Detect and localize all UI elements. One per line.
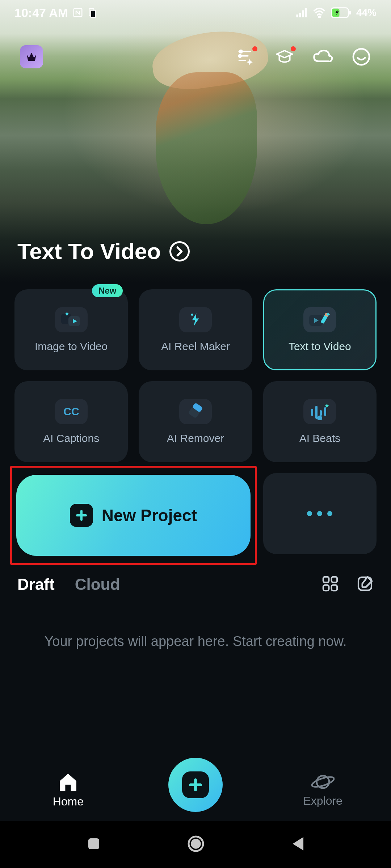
more-button[interactable] bbox=[263, 473, 377, 554]
feature-ai-reel-maker[interactable]: AI Reel Maker bbox=[139, 289, 252, 370]
svg-point-17 bbox=[353, 49, 369, 65]
status-bar: 10:47 AM 44% bbox=[0, 0, 391, 25]
svg-rect-2 bbox=[91, 10, 96, 18]
device-icon bbox=[88, 7, 97, 18]
nav-label: Home bbox=[53, 795, 84, 808]
captions-icon: CC bbox=[55, 399, 88, 424]
dot-icon bbox=[307, 511, 312, 516]
feature-label: AI Captions bbox=[43, 432, 99, 444]
image-to-video-icon bbox=[55, 307, 88, 332]
back-button[interactable] bbox=[291, 836, 304, 853]
notification-dot bbox=[252, 46, 257, 51]
svg-rect-5 bbox=[299, 13, 301, 17]
bottom-nav: Home Explore bbox=[0, 760, 391, 821]
svg-rect-36 bbox=[323, 585, 329, 591]
svg-rect-37 bbox=[332, 585, 337, 591]
highlight-box: New Project bbox=[10, 466, 257, 565]
nav-explore[interactable]: Explore bbox=[287, 773, 359, 808]
signal-icon bbox=[296, 8, 308, 17]
status-time: 10:47 AM bbox=[14, 6, 68, 20]
svg-point-46 bbox=[192, 840, 200, 848]
fab-create[interactable] bbox=[168, 758, 223, 812]
tab-cloud[interactable]: Cloud bbox=[75, 575, 120, 593]
empty-projects-message: Your projects will appear here. Start cr… bbox=[0, 594, 391, 649]
home-button[interactable] bbox=[187, 835, 205, 854]
filter-sparkle-icon[interactable] bbox=[236, 47, 256, 67]
system-nav-bar bbox=[0, 821, 391, 868]
lightning-icon bbox=[179, 307, 212, 332]
plus-icon bbox=[70, 504, 93, 527]
edit-icon[interactable] bbox=[356, 575, 374, 594]
svg-point-30 bbox=[317, 416, 322, 420]
education-icon[interactable] bbox=[275, 47, 294, 67]
wifi-icon bbox=[313, 8, 326, 18]
battery-percent: 44% bbox=[356, 7, 377, 18]
svg-rect-7 bbox=[305, 8, 307, 17]
svg-point-20 bbox=[191, 314, 193, 316]
feature-label: Text to Video bbox=[289, 340, 351, 353]
svg-point-15 bbox=[240, 50, 242, 53]
notification-dot bbox=[291, 46, 296, 51]
nav-label: Explore bbox=[303, 794, 342, 808]
svg-point-8 bbox=[319, 16, 320, 18]
svg-rect-11 bbox=[349, 10, 350, 14]
hero-title-text: Text To Video bbox=[17, 238, 161, 264]
feature-label: AI Reel Maker bbox=[161, 340, 230, 353]
plus-icon bbox=[182, 771, 209, 798]
feature-label: AI Remover bbox=[167, 432, 224, 444]
new-project-label: New Project bbox=[102, 506, 197, 525]
beats-icon bbox=[303, 399, 336, 424]
feature-ai-captions[interactable]: CC AI Captions bbox=[14, 381, 128, 462]
chevron-right-icon bbox=[169, 241, 190, 261]
battery-icon bbox=[331, 7, 351, 18]
svg-rect-34 bbox=[323, 577, 329, 583]
svg-rect-27 bbox=[311, 409, 313, 416]
svg-point-43 bbox=[311, 775, 335, 789]
hero-banner[interactable]: Text To Video bbox=[0, 0, 391, 282]
planet-icon bbox=[311, 773, 335, 791]
recents-button[interactable] bbox=[87, 837, 101, 852]
svg-point-16 bbox=[239, 55, 241, 57]
nav-home[interactable]: Home bbox=[32, 773, 104, 808]
feature-image-to-video[interactable]: New Image to Video bbox=[14, 289, 128, 370]
svg-rect-4 bbox=[296, 14, 298, 17]
nfc-icon bbox=[72, 7, 83, 18]
feature-grid: New Image to Video AI Reel Maker Text to… bbox=[0, 282, 391, 462]
dot-icon bbox=[317, 511, 322, 516]
eraser-icon bbox=[179, 399, 212, 424]
home-icon bbox=[58, 773, 78, 791]
smile-icon[interactable] bbox=[352, 47, 371, 67]
svg-rect-29 bbox=[320, 410, 322, 416]
svg-rect-31 bbox=[324, 407, 326, 416]
grid-view-icon[interactable] bbox=[321, 575, 339, 594]
text-video-icon bbox=[303, 307, 336, 332]
svg-rect-44 bbox=[88, 838, 99, 849]
feature-text-to-video[interactable]: Text to Video bbox=[263, 289, 377, 370]
feature-ai-remover[interactable]: AI Remover bbox=[139, 381, 252, 462]
svg-rect-35 bbox=[332, 577, 337, 583]
premium-button[interactable] bbox=[20, 45, 43, 68]
svg-rect-6 bbox=[302, 10, 304, 18]
cloud-icon[interactable] bbox=[313, 47, 333, 67]
feature-label: AI Beats bbox=[299, 432, 340, 444]
svg-rect-39 bbox=[67, 786, 70, 790]
svg-rect-28 bbox=[315, 406, 318, 419]
new-project-button[interactable]: New Project bbox=[16, 475, 251, 556]
new-badge: New bbox=[92, 284, 123, 297]
dot-icon bbox=[327, 511, 332, 516]
feature-label: Image to Video bbox=[35, 340, 108, 353]
svg-text:CC: CC bbox=[63, 405, 79, 417]
tab-draft[interactable]: Draft bbox=[17, 575, 55, 593]
hero-title-button[interactable]: Text To Video bbox=[17, 238, 190, 264]
feature-ai-beats[interactable]: AI Beats bbox=[263, 381, 377, 462]
